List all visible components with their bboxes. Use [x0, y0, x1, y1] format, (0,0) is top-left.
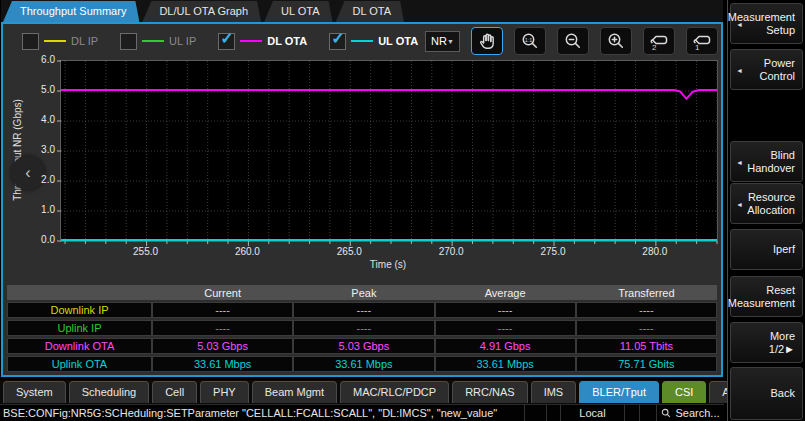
- y-tick-label: 3.0: [3, 144, 55, 155]
- status-cell: [624, 405, 639, 421]
- x-tick-label: 265.0: [337, 246, 362, 257]
- bottom-tab-mac-rlc-pdcp[interactable]: MAC/RLC/PDCP: [340, 381, 449, 403]
- legend-swatch-dl-ota: [240, 40, 262, 42]
- series-dl-ota-line: [61, 90, 717, 99]
- top-tab-ul-ota[interactable]: UL OTA: [264, 1, 333, 22]
- table-value-cell: 11.05 Tbits: [576, 338, 717, 354]
- checkbox-ul-ip[interactable]: [120, 33, 137, 50]
- zoom-out-icon: [563, 31, 583, 51]
- table-header-cell: Current: [152, 285, 293, 300]
- legend-swatch-ul-ip: [142, 40, 164, 42]
- marker-2-icon: 2: [648, 31, 670, 51]
- softkey-power-control[interactable]: ◄Power Control: [730, 49, 803, 90]
- zoom-in-button[interactable]: [600, 27, 632, 55]
- legend-row: DL IPUL IP✓DL OTA✓UL OTA: [3, 33, 418, 50]
- legend-item-dl-ip: DL IP: [22, 33, 98, 50]
- top-tab-dl-ul-ota-graph[interactable]: DL/UL OTA Graph: [142, 1, 261, 22]
- arrow-left-icon: ◄: [736, 197, 743, 210]
- table-value-cell: ----: [293, 302, 434, 318]
- softkey-label: More 1/2►: [744, 330, 795, 356]
- chevron-down-icon: ▼: [447, 38, 454, 45]
- graph-controls-row: DL IPUL IP✓DL OTA✓UL OTA NR ▼ 1:1 2 1 28…: [3, 27, 721, 55]
- rat-select[interactable]: NR ▼: [425, 31, 460, 52]
- x-tick-label: 280.0: [642, 246, 667, 257]
- softkey-label: Blind Handover: [744, 149, 795, 175]
- checkbox-dl-ota[interactable]: ✓: [218, 33, 235, 50]
- row-label-cell: Uplink IP: [7, 320, 152, 336]
- legend-label: DL IP: [71, 35, 98, 47]
- table-header-row: CurrentPeakAverageTransferred: [7, 285, 717, 300]
- table-value-cell: ----: [576, 302, 717, 318]
- bottom-tab-cell[interactable]: Cell: [152, 381, 197, 403]
- x-tick-label: 260.0: [235, 246, 260, 257]
- softkey-panel: ◄Measurement Setup◄Power Control◄Blind H…: [727, 0, 805, 421]
- softkey-reset-measurement[interactable]: Reset Measurement: [730, 276, 803, 317]
- checkmark-icon: ✓: [331, 29, 344, 48]
- zoom-out-button[interactable]: [557, 27, 589, 55]
- table-header-cell: Peak: [293, 285, 434, 300]
- status-cell: [524, 405, 546, 421]
- marker-1-button[interactable]: 1: [686, 27, 718, 55]
- graph-toolbar: 1:1 2 1: [460, 27, 718, 55]
- table-row-uplink-ota: Uplink OTA33.61 Mbps33.61 Mbps33.61 Mbps…: [7, 356, 717, 372]
- softkey-measurement-setup[interactable]: ◄Measurement Setup: [730, 3, 803, 44]
- pan-hand-button[interactable]: [471, 27, 503, 55]
- search-box[interactable]: Search...: [656, 405, 724, 421]
- pan-hand-icon: [477, 31, 497, 51]
- status-bar: BSE:CONFig:NR5G:SCHeduling:SETParameter …: [0, 404, 724, 421]
- row-label-cell: Uplink OTA: [7, 356, 152, 372]
- bottom-tab-system[interactable]: System: [3, 381, 66, 403]
- zoom-in-icon: [606, 31, 626, 51]
- search-label: Search...: [675, 407, 719, 419]
- marker-2-button[interactable]: 2: [643, 27, 675, 55]
- rat-select-value: NR: [431, 35, 447, 47]
- table-row-downlink-ota: Downlink OTA5.03 Gbps5.03 Gbps4.91 Gbps1…: [7, 338, 717, 354]
- x-axis-title: Time (s): [370, 259, 406, 270]
- softkey-more-1-2[interactable]: More 1/2►: [730, 322, 803, 363]
- throughput-plot[interactable]: [60, 60, 718, 242]
- bottom-tab-scheduling[interactable]: Scheduling: [69, 381, 149, 403]
- svg-text:2: 2: [652, 43, 657, 52]
- checkbox-ul-ota[interactable]: ✓: [329, 33, 346, 50]
- checkbox-dl-ip[interactable]: [22, 33, 39, 50]
- table-value-cell: ----: [293, 320, 434, 336]
- bottom-tab-phy[interactable]: PHY: [200, 381, 249, 403]
- top-tab-bar: Throughput SummaryDL/UL OTA GraphUL OTAD…: [1, 0, 723, 22]
- softkey-resource-allocation[interactable]: ◄Resource Allocation: [730, 183, 803, 224]
- table-value-cell: 33.61 Mbps: [293, 356, 434, 372]
- bottom-tab-beam-mgmt[interactable]: Beam Mgmt: [252, 381, 337, 403]
- throughput-summary-table: CurrentPeakAverageTransferred Downlink I…: [7, 283, 717, 374]
- table-value-cell: 75.71 Gbits: [576, 356, 717, 372]
- y-tick-label: 2.0: [3, 174, 55, 185]
- marker-1-icon: 1: [691, 31, 713, 51]
- legend-swatch-ul-ota: [351, 40, 373, 42]
- softkey-label: Resource Allocation: [744, 191, 795, 217]
- zoom-original-button[interactable]: 1:1: [514, 27, 546, 55]
- softkey-label: Reset Measurement: [728, 284, 795, 310]
- checkmark-icon: ✓: [220, 29, 233, 48]
- softkey-iperf[interactable]: Iperf: [730, 229, 803, 270]
- table-header-cell: Transferred: [576, 285, 717, 300]
- softkey-back[interactable]: Back: [730, 367, 803, 420]
- softkey-blind-handover[interactable]: ◄Blind Handover: [730, 141, 803, 182]
- bottom-tab-rrc-nas[interactable]: RRC/NAS: [452, 381, 528, 403]
- table-header-cell: Average: [435, 285, 576, 300]
- legend-item-ul-ip: UL IP: [120, 33, 196, 50]
- legend-item-dl-ota: ✓DL OTA: [218, 33, 307, 50]
- local-mode-indicator[interactable]: Local: [560, 405, 624, 421]
- bottom-tab-ims[interactable]: IMS: [531, 381, 577, 403]
- top-tab-dl-ota[interactable]: DL OTA: [336, 1, 405, 22]
- table-header-cell: [7, 285, 152, 300]
- zoom-original-icon: 1:1: [520, 31, 540, 51]
- table-value-cell: ----: [435, 302, 576, 318]
- search-icon: [661, 408, 671, 418]
- softkey-label: Back: [771, 387, 795, 400]
- bottom-tab-bler-tput[interactable]: BLER/Tput: [579, 381, 659, 403]
- bottom-tab-csi[interactable]: CSI: [662, 381, 706, 403]
- table-value-cell: 4.91 Gbps: [435, 338, 576, 354]
- arrow-left-icon: ◄: [736, 17, 743, 30]
- legend-item-ul-ota: ✓UL OTA: [329, 33, 418, 50]
- x-tick-label: 275.0: [541, 246, 566, 257]
- y-tick-label: 1.0: [3, 204, 55, 215]
- top-tab-throughput-summary[interactable]: Throughput Summary: [3, 1, 139, 22]
